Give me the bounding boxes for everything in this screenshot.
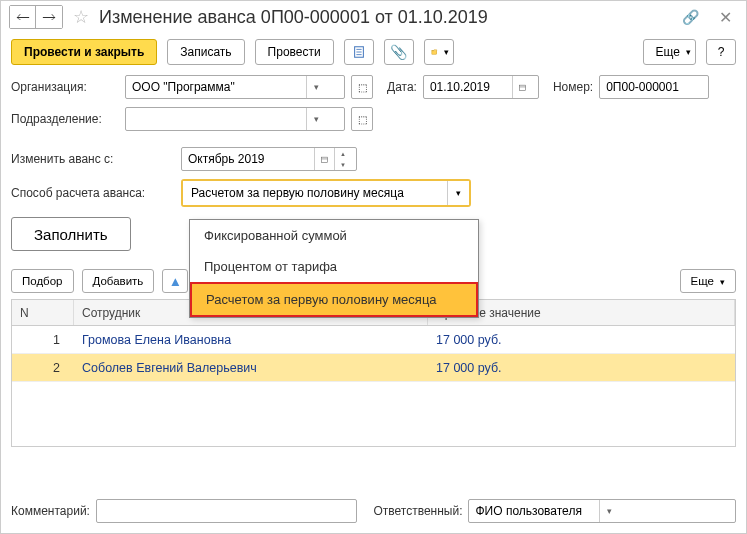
main-toolbar: Провести и закрыть Записать Провести 📎 Е… — [1, 33, 746, 71]
responsible-input[interactable] — [469, 500, 599, 522]
post-and-close-button[interactable]: Провести и закрыть — [11, 39, 157, 65]
external-open-button[interactable] — [424, 39, 454, 65]
date-calendar-button[interactable] — [512, 76, 532, 98]
change-from-field[interactable]: ▲ ▼ — [181, 147, 357, 171]
number-label: Номер: — [553, 80, 593, 94]
report-icon — [352, 45, 366, 59]
org-label: Организация: — [11, 80, 119, 94]
number-input[interactable] — [600, 76, 704, 98]
paperclip-icon: 📎 — [390, 44, 407, 60]
month-down-button[interactable]: ▼ — [335, 159, 351, 170]
dept-field[interactable]: ▾ — [125, 107, 345, 131]
table-row[interactable]: 2 Соболев Евгений Валерьевич 17 000 руб. — [12, 354, 735, 382]
method-label: Способ расчета аванса: — [11, 186, 175, 200]
employee-table: N Сотрудник Прежнее значение 1 Громова Е… — [11, 299, 736, 447]
folder-icon — [431, 45, 438, 59]
calendar-icon — [321, 154, 328, 165]
dept-label: Подразделение: — [11, 112, 119, 126]
date-field[interactable] — [423, 75, 539, 99]
svg-rect-5 — [519, 85, 525, 90]
move-up-button[interactable]: ▲ — [162, 269, 188, 293]
comment-input[interactable] — [97, 500, 357, 522]
forward-button[interactable]: 🡒 — [36, 6, 62, 28]
link-icon[interactable]: 🔗 — [682, 9, 699, 25]
comment-label: Комментарий: — [11, 504, 90, 518]
cell-employee: Громова Елена Ивановна — [74, 333, 428, 347]
cell-n: 2 — [12, 361, 74, 375]
footer: Комментарий: Ответственный: ▾ — [1, 489, 746, 533]
col-n[interactable]: N — [12, 300, 74, 325]
arrow-up-icon: ▲ — [169, 274, 182, 289]
dept-open-button[interactable]: ⬚ — [351, 107, 373, 131]
date-label: Дата: — [387, 80, 417, 94]
month-spinner: ▲ ▼ — [334, 148, 351, 170]
document-window: 🡐 🡒 ☆ Изменение аванса 0П00-000001 от 01… — [0, 0, 747, 534]
table-row[interactable]: 1 Громова Елена Ивановна 17 000 руб. — [12, 326, 735, 354]
dropdown-option-calc[interactable]: Расчетом за первую половину месяца — [190, 282, 478, 317]
favorite-star-icon[interactable]: ☆ — [73, 6, 89, 28]
save-button[interactable]: Записать — [167, 39, 244, 65]
method-dropdown-list: Фиксированной суммой Процентом от тарифа… — [189, 219, 479, 318]
more-button[interactable]: Еще — [643, 39, 696, 65]
print-button[interactable] — [344, 39, 374, 65]
change-from-calendar-button[interactable] — [314, 148, 334, 170]
method-dropdown-button[interactable]: ▾ — [447, 181, 469, 205]
post-button[interactable]: Провести — [255, 39, 334, 65]
change-from-input[interactable] — [182, 148, 314, 170]
method-field[interactable]: ▾ — [181, 179, 471, 207]
nav-group: 🡐 🡒 — [9, 5, 63, 29]
help-button[interactable]: ? — [706, 39, 736, 65]
cell-prev: 17 000 руб. — [428, 333, 735, 347]
org-open-button[interactable]: ⬚ — [351, 75, 373, 99]
close-button[interactable]: ✕ — [713, 7, 738, 28]
cell-n: 1 — [12, 333, 74, 347]
window-title: Изменение аванса 0П00-000001 от 01.10.20… — [99, 7, 676, 28]
org-dropdown-button[interactable]: ▾ — [306, 76, 326, 98]
method-input[interactable] — [183, 181, 447, 205]
change-from-label: Изменить аванс с: — [11, 152, 175, 166]
cell-prev: 17 000 руб. — [428, 361, 735, 375]
attachment-button[interactable]: 📎 — [384, 39, 414, 65]
dept-input[interactable] — [126, 108, 306, 130]
responsible-field[interactable]: ▾ — [468, 499, 736, 523]
date-input[interactable] — [424, 76, 512, 98]
dropdown-option-percent[interactable]: Процентом от тарифа — [190, 251, 478, 282]
month-up-button[interactable]: ▲ — [335, 148, 351, 159]
org-field[interactable]: ▾ — [125, 75, 345, 99]
select-button[interactable]: Подбор — [11, 269, 74, 293]
fill-button[interactable]: Заполнить — [11, 217, 131, 251]
responsible-label: Ответственный: — [373, 504, 462, 518]
table-more-button[interactable]: Еще — [680, 269, 736, 293]
add-button[interactable]: Добавить — [82, 269, 155, 293]
titlebar: 🡐 🡒 ☆ Изменение аванса 0П00-000001 от 01… — [1, 1, 746, 33]
comment-field[interactable] — [96, 499, 358, 523]
org-input[interactable] — [126, 76, 306, 98]
svg-rect-4 — [432, 51, 437, 55]
svg-rect-7 — [322, 157, 328, 162]
cell-employee: Соболев Евгений Валерьевич — [74, 361, 428, 375]
back-button[interactable]: 🡐 — [10, 6, 36, 28]
number-field[interactable] — [599, 75, 709, 99]
calendar-icon — [519, 82, 526, 93]
dropdown-option-fixed[interactable]: Фиксированной суммой — [190, 220, 478, 251]
responsible-dropdown-button[interactable]: ▾ — [599, 500, 619, 522]
dept-dropdown-button[interactable]: ▾ — [306, 108, 326, 130]
